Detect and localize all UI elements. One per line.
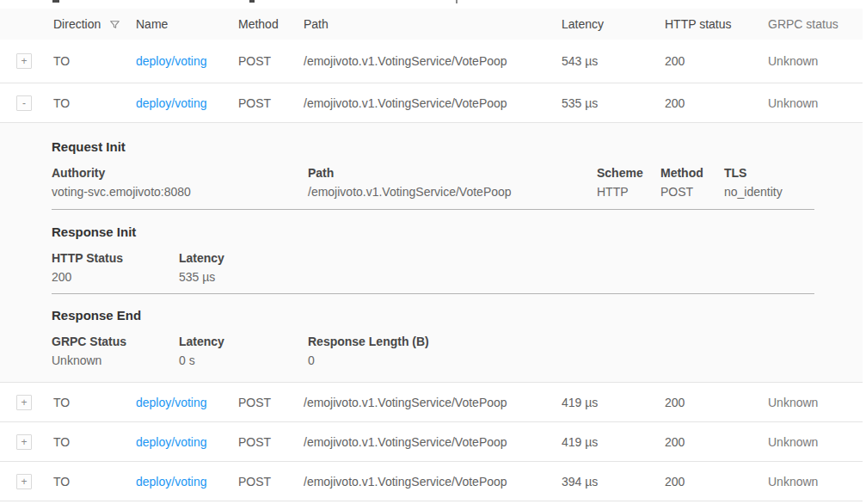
http-status-cell: 200 [665, 396, 768, 409]
tap-page: Direction Name Method Path Latency HTTP … [0, 0, 866, 504]
field-label: Path [308, 166, 597, 180]
field-value: /emojivoto.v1.VotingService/VotePoop [308, 185, 597, 199]
field-label: GRPC Status [52, 335, 179, 348]
direction-cell: TO [53, 475, 136, 489]
http-status-cell: 200 [665, 475, 768, 489]
method-cell: POST [238, 435, 304, 449]
grpc-status-cell: Unknown [768, 54, 863, 68]
column-header-method: Method [238, 17, 304, 31]
field-label: Response Length (B) [308, 335, 814, 348]
field-label: Scheme [597, 166, 660, 180]
field-latency: Latency 0 s [179, 335, 308, 367]
latency-cell: 419 µs [562, 435, 665, 449]
method-cell: POST [238, 54, 304, 68]
http-status-cell: 200 [665, 54, 768, 68]
field-authority: Authority voting-svc.emojivoto:8080 [52, 166, 308, 199]
column-header-name: Name [136, 17, 238, 31]
direction-cell: TO [53, 435, 136, 449]
table-header-row: Direction Name Method Path Latency HTTP … [0, 9, 863, 40]
method-cell: POST [238, 96, 304, 110]
method-cell: POST [238, 475, 304, 489]
table-row: + TO deploy/voting POST /emojivoto.v1.Vo… [0, 462, 863, 501]
field-latency: Latency 535 µs [179, 251, 814, 284]
collapse-row-button[interactable]: - [16, 95, 32, 111]
deployment-link[interactable]: deploy/voting [136, 475, 207, 489]
direction-cell: TO [53, 96, 136, 110]
direction-cell: TO [53, 396, 136, 409]
table-row: + TO deploy/voting POST /emojivoto.v1.Vo… [0, 383, 863, 422]
latency-cell: 543 µs [562, 54, 665, 68]
table-row: + TO deploy/voting POST /emojivoto.v1.Vo… [0, 40, 863, 83]
expand-row-button[interactable]: + [16, 434, 32, 450]
field-label: Method [660, 166, 724, 180]
expand-row-button[interactable]: + [16, 395, 32, 410]
path-cell: /emojivoto.v1.VotingService/VotePoop [304, 435, 562, 449]
clipped-text-fragment [456, 0, 458, 3]
deployment-link[interactable]: deploy/voting [136, 54, 207, 68]
filter-icon[interactable] [109, 19, 120, 30]
field-value: 0 s [179, 353, 308, 367]
deployment-link[interactable]: deploy/voting [136, 396, 207, 409]
clipped-text-fragment [52, 0, 59, 3]
section-title: Response End [52, 308, 814, 323]
grpc-status-cell: Unknown [768, 475, 863, 489]
field-value: 200 [52, 270, 179, 284]
field-label: Latency [179, 251, 814, 265]
field-grpc-status: GRPC Status Unknown [52, 335, 179, 367]
field-value: HTTP [597, 185, 660, 199]
field-value: 0 [308, 353, 814, 367]
field-label: Latency [179, 335, 308, 348]
column-header-latency: Latency [562, 17, 665, 31]
table-row: + TO deploy/voting POST /emojivoto.v1.Vo… [0, 422, 863, 462]
grpc-status-cell: Unknown [768, 96, 863, 110]
request-init-section: Request Init Authority voting-svc.emojiv… [52, 123, 814, 210]
response-init-section: Response Init HTTP Status 200 Latency 53… [52, 210, 814, 294]
path-cell: /emojivoto.v1.VotingService/VotePoop [304, 96, 562, 110]
tap-table: Direction Name Method Path Latency HTTP … [0, 9, 863, 501]
latency-cell: 394 µs [562, 475, 665, 489]
field-tls: TLS no_identity [724, 166, 814, 199]
latency-cell: 535 µs [562, 96, 665, 110]
field-value: Unknown [52, 353, 179, 367]
path-cell: /emojivoto.v1.VotingService/VotePoop [304, 475, 562, 489]
grpc-status-cell: Unknown [768, 435, 863, 449]
section-title: Request Init [52, 139, 814, 154]
field-label: TLS [724, 166, 814, 180]
table-row-expanded: - TO deploy/voting POST /emojivoto.v1.Vo… [0, 83, 863, 122]
field-scheme: Scheme HTTP [597, 166, 660, 199]
column-header-direction: Direction [53, 17, 136, 31]
latency-cell: 419 µs [562, 396, 665, 409]
http-status-cell: 200 [665, 435, 768, 449]
direction-cell: TO [53, 54, 136, 68]
deployment-link[interactable]: deploy/voting [136, 96, 207, 110]
path-cell: /emojivoto.v1.VotingService/VotePoop [304, 54, 562, 68]
field-http-status: HTTP Status 200 [52, 251, 179, 284]
field-value: POST [660, 185, 724, 199]
section-title: Response Init [52, 224, 814, 239]
grpc-status-cell: Unknown [768, 396, 863, 409]
deployment-link[interactable]: deploy/voting [136, 435, 207, 449]
method-cell: POST [238, 396, 304, 409]
http-status-cell: 200 [665, 96, 768, 110]
column-header-path: Path [304, 17, 562, 31]
row-detail-panel: Request Init Authority voting-svc.emojiv… [0, 122, 863, 383]
field-path: Path /emojivoto.v1.VotingService/VotePoo… [308, 166, 597, 199]
field-label: Authority [52, 166, 308, 180]
expand-row-button[interactable]: + [16, 474, 32, 489]
column-header-grpc-status: GRPC status [768, 17, 863, 31]
field-response-length: Response Length (B) 0 [308, 335, 814, 367]
clipped-text-fragment [249, 0, 255, 3]
field-value: voting-svc.emojivoto:8080 [52, 185, 308, 199]
path-cell: /emojivoto.v1.VotingService/VotePoop [304, 396, 562, 409]
response-end-section: Response End GRPC Status Unknown Latency… [52, 294, 814, 383]
field-method: Method POST [660, 166, 724, 199]
expand-row-button[interactable]: + [16, 53, 32, 69]
field-value: no_identity [724, 185, 814, 199]
field-label: HTTP Status [52, 251, 179, 265]
field-value: 535 µs [179, 270, 814, 284]
column-header-http-status: HTTP status [665, 17, 768, 31]
direction-header-label: Direction [53, 17, 101, 31]
